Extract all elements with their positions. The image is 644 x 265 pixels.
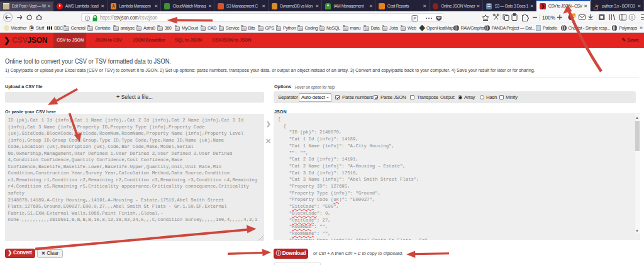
svg-text:100%: 100% — [542, 15, 555, 21]
svg-text:1: 1 — [573, 14, 575, 18]
svg-text:P: P — [413, 15, 416, 21]
